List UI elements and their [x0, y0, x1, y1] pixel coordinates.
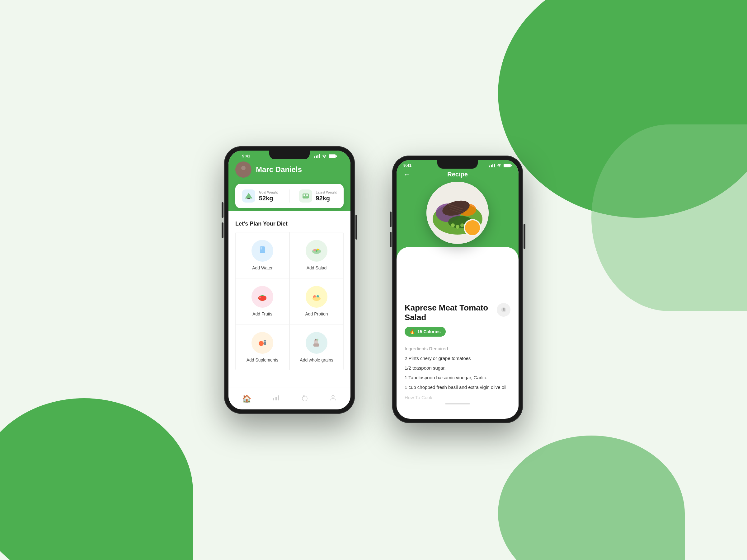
fruits-label: Add Fruits	[252, 312, 272, 316]
svg-rect-9	[248, 198, 250, 199]
ingredients-title: Ingredients Required	[405, 346, 511, 351]
status-icons-phone1	[314, 154, 337, 158]
bg-blob-middle	[591, 125, 747, 311]
diet-item-water[interactable]: Add Water	[236, 232, 289, 278]
svg-rect-47	[511, 165, 512, 166]
svg-point-29	[259, 341, 264, 346]
svg-marker-8	[245, 193, 252, 198]
svg-rect-33	[313, 344, 319, 347]
phone2-screen: 9:41	[396, 160, 518, 419]
water-label: Add Water	[252, 265, 273, 270]
svg-point-18	[313, 249, 316, 251]
svg-point-54	[456, 225, 459, 229]
status-icons-phone2	[489, 164, 512, 167]
diet-item-salad[interactable]: Add Salad	[290, 232, 343, 278]
svg-point-41	[332, 395, 334, 398]
goal-weight-info: Goal Weight 52kg	[259, 190, 278, 202]
nav-profile[interactable]	[324, 392, 342, 406]
svg-rect-35	[276, 397, 277, 400]
power-button-2	[523, 224, 525, 249]
svg-rect-11	[304, 194, 305, 196]
svg-rect-16	[260, 252, 265, 253]
profile-icon	[329, 394, 337, 403]
phone-recipe: 9:41	[392, 156, 523, 423]
svg-rect-30	[264, 340, 266, 345]
salad-label: Add Salad	[307, 265, 327, 270]
goal-weight-icon	[242, 189, 255, 203]
nav-stats[interactable]	[267, 392, 285, 406]
status-time-phone1: 9:41	[242, 154, 250, 158]
svg-rect-12	[306, 194, 308, 196]
weight-divider	[289, 189, 290, 203]
svg-rect-13	[304, 196, 308, 197]
recipe-nav: ← Recipe	[396, 168, 518, 181]
recipe-name: Kaprese Meat Tomato Salad	[405, 303, 493, 322]
supplements-icon-circle	[252, 332, 273, 354]
salad-icon-circle	[306, 240, 328, 262]
latest-weight-label: Latest Weight	[316, 190, 337, 194]
svg-point-55	[460, 223, 464, 227]
recipe-nav-title: Recipe	[447, 171, 468, 178]
svg-rect-15	[260, 247, 262, 249]
notch	[269, 151, 310, 159]
diet-grid: Add Water Add Salad	[235, 232, 344, 370]
notch-2	[437, 160, 478, 169]
diet-item-fruits[interactable]: Add Fruits	[236, 278, 289, 324]
diet-item-grains[interactable]: Add whole grains	[290, 324, 343, 370]
ingredient-2: 1/2 teaspoon sugar.	[405, 365, 511, 371]
calories-text: 15 Calories	[417, 329, 441, 334]
svg-rect-45	[494, 164, 495, 167]
goal-weight-item: Goal Weight 52kg	[242, 189, 280, 203]
wifi-icon	[322, 154, 327, 158]
svg-point-7	[240, 170, 247, 176]
svg-rect-34	[273, 398, 274, 400]
recipe-wave	[396, 247, 518, 266]
bookmark-button[interactable]	[497, 303, 511, 317]
battery-icon-2	[504, 164, 512, 167]
diet-item-protein[interactable]: Add Protien	[290, 278, 343, 324]
bottom-nav: 🏠	[229, 388, 351, 409]
volume-up-button	[222, 202, 224, 218]
home-icon: 🏠	[242, 395, 252, 403]
svg-rect-4	[329, 155, 336, 158]
recipe-name-row: Kaprese Meat Tomato Salad	[405, 303, 511, 322]
latest-weight-value: 92kg	[316, 195, 337, 202]
wifi-icon-2	[497, 164, 502, 167]
phones-container: 9:41	[224, 137, 523, 423]
water-icon-circle	[252, 240, 273, 262]
svg-rect-0	[314, 156, 315, 158]
svg-rect-46	[504, 164, 511, 167]
ingredients-section: Ingredients Required 2 Pints chery or gr…	[405, 346, 511, 391]
recipe-body: Kaprese Meat Tomato Salad 🔥 15 Calories	[396, 297, 518, 411]
phone1-body: Let's Plan Your Diet Add Water	[229, 211, 351, 370]
diet-item-supplements[interactable]: Add Suplements	[236, 324, 289, 370]
svg-rect-2	[317, 155, 318, 158]
phone1-header: 9:41	[229, 151, 351, 211]
supplements-label: Add Suplements	[247, 357, 279, 363]
fruits-icon-circle	[252, 286, 273, 308]
signal-icon-2	[489, 164, 495, 167]
stats-icon	[272, 394, 280, 403]
latest-weight-item: Latest Weight 92kg	[299, 189, 337, 203]
nav-meal[interactable]	[296, 392, 313, 406]
svg-point-24	[259, 296, 261, 298]
volume-up-button-2	[390, 212, 391, 227]
svg-rect-10	[303, 193, 309, 198]
back-button[interactable]: ←	[403, 170, 410, 179]
nav-home[interactable]: 🏠	[237, 392, 256, 406]
battery-icon	[329, 154, 337, 158]
svg-rect-1	[316, 156, 317, 158]
how-to-cook[interactable]: How To Cook	[405, 395, 511, 400]
svg-rect-43	[491, 165, 492, 167]
signal-icon	[314, 154, 320, 158]
fire-icon: 🔥	[410, 329, 415, 334]
svg-rect-31	[264, 341, 266, 342]
ingredient-4: 1 cup chopped fresh basil and extra vigi…	[405, 384, 511, 391]
protein-icon-circle	[306, 286, 328, 308]
svg-point-61	[465, 220, 480, 235]
ingredient-3: 1 Tabelospoon balsamic vinegar, Garlic.	[405, 374, 511, 381]
goal-weight-label: Goal Weight	[259, 190, 278, 194]
latest-weight-info: Latest Weight 92kg	[316, 190, 337, 202]
volume-down-button	[222, 222, 224, 238]
svg-point-20	[316, 250, 317, 252]
